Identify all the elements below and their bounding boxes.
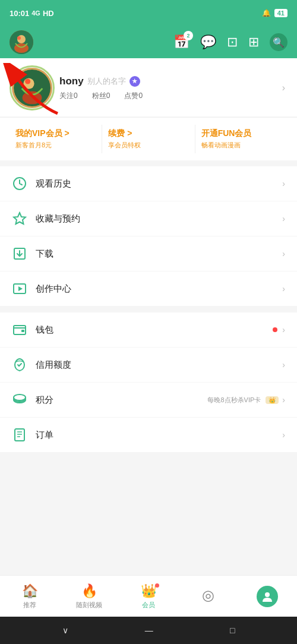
vip-my-card[interactable]: 我的VIP会员 > 新客首月8元 [10, 125, 102, 153]
vip-my-sub: 新客首月8元 [15, 141, 96, 150]
points-icon [12, 392, 27, 408]
collect-label: 收藏与预约 [36, 213, 282, 225]
vip-renew-title: 续费 > [108, 128, 188, 139]
member-tab-label: 会员 [142, 601, 155, 610]
menu-item-download[interactable]: 下载 › [0, 236, 297, 272]
bottom-nav: 🏠 推荐 🔥 随刻视频 👑 会员 ◎ [0, 575, 297, 617]
svg-rect-20 [15, 429, 24, 441]
wallet-red-dot [273, 327, 277, 332]
recent-button[interactable]: □ [230, 626, 235, 635]
search-icon[interactable]: 🔍 [270, 33, 287, 51]
points-sub-text: 每晚8点秒杀VIP卡 [207, 396, 261, 405]
creator-label: 创作中心 [36, 283, 282, 295]
vip-section: 我的VIP会员 > 新客首月8元 续费 > 享会员特权 开通FUN会员 畅看动画… [0, 117, 297, 160]
profile-tab-avatar [257, 586, 278, 607]
order-label: 订单 [36, 430, 282, 441]
profile-section: hony 别人的名字 ★ 关注0 粉丝0 点赞0 › [0, 58, 297, 116]
tab-video[interactable]: 🔥 随刻视频 [59, 583, 119, 610]
svg-point-24 [265, 592, 270, 597]
status-bar: 10:01 4G HD 🔔 41 [0, 0, 297, 26]
wallet-label: 钱包 [36, 324, 273, 336]
grid-icon[interactable]: ⊞ [248, 34, 259, 50]
member-tab-icon: 👑 [141, 583, 157, 598]
collect-chevron: › [282, 214, 285, 223]
menu-item-credit[interactable]: 信用额度 › [0, 348, 297, 383]
menu-item-points[interactable]: 积分 每晚8点秒杀VIP卡 👑 › [0, 383, 297, 418]
video-tab-label: 随刻视频 [76, 601, 102, 610]
alarm-icon: 🔔 [262, 9, 271, 17]
points-vip-badge: 👑 [266, 396, 279, 404]
top-nav: 📅 2 💬 ⊡ ⊞ 🔍 [0, 26, 297, 58]
history-chevron: › [282, 179, 285, 188]
tab-home[interactable]: 🏠 推荐 [0, 583, 59, 610]
discover-tab-icon: ◎ [202, 587, 214, 604]
nav-avatar[interactable] [10, 30, 33, 54]
nav-icons: 📅 2 💬 ⊡ ⊞ 🔍 [173, 33, 287, 51]
menu-item-wallet[interactable]: 钱包 › [0, 312, 297, 348]
svg-point-19 [14, 394, 26, 400]
wallet-icon [12, 322, 27, 337]
history-label: 观看历史 [36, 178, 282, 190]
avatar-border [10, 65, 55, 111]
vip-fun-title: 开通FUN会员 [201, 128, 282, 139]
vip-fun-card[interactable]: 开通FUN会员 畅看动画漫画 [195, 125, 287, 153]
creator-chevron: › [282, 284, 285, 293]
calendar-icon-wrapper[interactable]: 📅 2 [173, 34, 189, 50]
credit-icon [12, 357, 27, 372]
member-icon-wrapper: 👑 [141, 583, 157, 599]
home-button[interactable]: — [145, 626, 153, 635]
video-tab-icon: 🔥 [81, 583, 97, 599]
message-icon[interactable]: 💬 [200, 34, 216, 50]
user-stats: 关注0 粉丝0 点赞0 [59, 91, 143, 101]
svg-marker-14 [18, 286, 23, 291]
back-button[interactable]: ∨ [62, 626, 68, 635]
signal-icon: 4G [31, 10, 40, 17]
calendar-badge: 2 [184, 31, 193, 40]
member-dot [155, 583, 159, 588]
points-label: 积分 [36, 394, 207, 406]
order-icon [12, 427, 27, 443]
profile-top: hony 别人的名字 ★ 关注0 粉丝0 点赞0 › [12, 68, 285, 108]
verified-badge: ★ [129, 76, 140, 87]
download-icon [12, 246, 27, 261]
avatar-wrapper[interactable] [12, 68, 52, 108]
likes-count[interactable]: 点赞0 [124, 91, 143, 101]
vip-renew-sub: 享会员特权 [108, 141, 188, 150]
profile-info: hony 别人的名字 ★ 关注0 粉丝0 点赞0 [12, 68, 143, 108]
points-chevron: › [282, 395, 285, 405]
svg-rect-16 [21, 330, 24, 332]
username: hony 别人的名字 ★ [59, 75, 143, 87]
scan-icon[interactable]: ⊡ [227, 34, 238, 50]
profile-chevron[interactable]: › [282, 83, 285, 93]
system-nav: ∨ — □ [0, 617, 297, 644]
vip-renew-card[interactable]: 续费 > 享会员特权 [102, 125, 195, 153]
user-details: hony 别人的名字 ★ 关注0 粉丝0 点赞0 [59, 75, 143, 101]
home-tab-icon: 🏠 [22, 583, 38, 599]
creator-icon [12, 281, 27, 296]
vip-fun-sub: 畅看动画漫画 [201, 141, 282, 150]
time-display: 10:01 [10, 9, 29, 18]
status-left: 10:01 4G HD [10, 9, 54, 18]
menu-item-order[interactable]: 订单 › [0, 418, 297, 453]
collect-icon [12, 211, 27, 226]
credit-label: 信用额度 [36, 359, 282, 371]
wallet-chevron: › [282, 325, 285, 334]
home-tab-label: 推荐 [23, 601, 36, 610]
follow-count[interactable]: 关注0 [59, 91, 78, 101]
tab-profile[interactable] [238, 586, 297, 607]
vip-my-title: 我的VIP会员 > [15, 128, 96, 139]
download-chevron: › [282, 249, 285, 258]
hd-label: HD [43, 9, 54, 18]
credit-chevron: › [282, 360, 285, 370]
order-chevron: › [282, 430, 285, 440]
svg-point-3 [17, 36, 21, 40]
tab-discover[interactable]: ◎ [178, 587, 238, 605]
menu-item-history[interactable]: 观看历史 › [0, 166, 297, 201]
fans-count[interactable]: 粉丝0 [92, 91, 110, 101]
menu-item-collect[interactable]: 收藏与预约 › [0, 201, 297, 236]
tab-member[interactable]: 👑 会员 [119, 583, 178, 610]
status-right: 🔔 41 [262, 9, 287, 17]
menu-item-creator[interactable]: 创作中心 › [0, 272, 297, 307]
menu-section-2: 钱包 › 信用额度 › 积分 每晚8点秒杀VIP卡 👑 › [0, 312, 297, 453]
menu-section-1: 观看历史 › 收藏与预约 › 下载 › 创作中心 [0, 166, 297, 307]
